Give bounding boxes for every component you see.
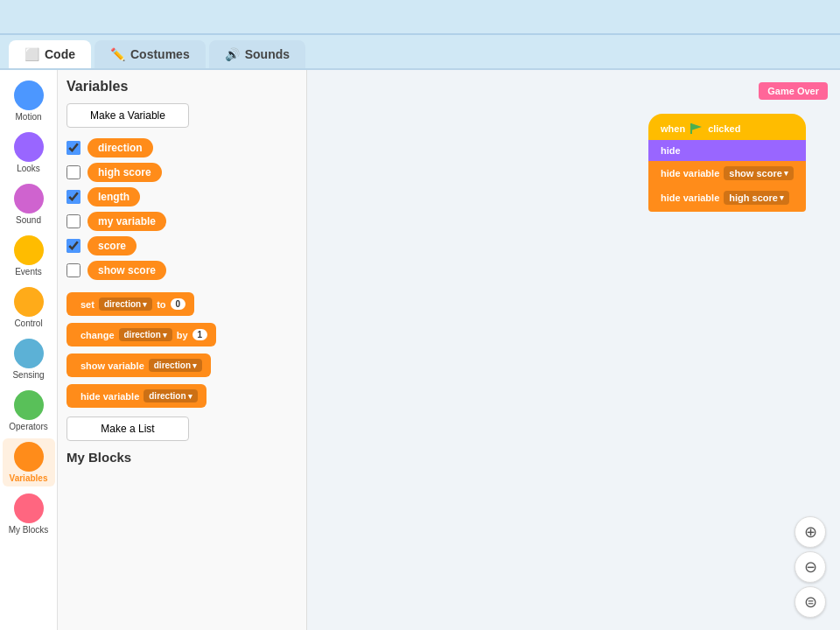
var-badge-score[interactable]: score — [88, 236, 136, 256]
hide-variable-block[interactable]: hide variable direction ▾ — [66, 384, 206, 408]
sounds-tab-icon: 🔊 — [225, 47, 240, 61]
tab-sounds[interactable]: 🔊 Sounds — [209, 40, 305, 68]
var-badge-direction[interactable]: direction — [88, 138, 153, 158]
tab-costumes-label: Costumes — [130, 47, 190, 61]
game-over-label: Game Over — [759, 82, 828, 100]
blocks-panel: Variables Make a Variable direction high… — [58, 70, 307, 630]
var-checkbox-direction[interactable] — [66, 141, 80, 155]
zoom-out-icon: ⊖ — [804, 557, 817, 577]
operators-circle — [14, 390, 44, 420]
events-label: Events — [15, 267, 42, 276]
var-row-direction: direction — [66, 138, 298, 158]
change-direction-block[interactable]: change direction ▾ by 1 — [66, 323, 216, 346]
make-list-button[interactable]: Make a List — [66, 416, 189, 441]
var-checkbox-length[interactable] — [66, 190, 80, 204]
zoom-controls: ⊕ ⊖ ⊜ — [794, 516, 826, 618]
variables-circle — [14, 442, 44, 472]
high-score-dropdown[interactable]: high score ▾ — [724, 191, 789, 205]
set-block-row: set direction ▾ to 0 — [66, 292, 298, 316]
motion-circle — [14, 80, 44, 110]
zoom-out-button[interactable]: ⊖ — [794, 551, 826, 583]
canvas-area[interactable]: Game Over when clicked hide — [307, 70, 840, 630]
var-badge-myvariable[interactable]: my variable — [88, 212, 166, 231]
show-variable-block[interactable]: show variable direction ▾ — [66, 354, 211, 377]
motion-label: Motion — [15, 112, 41, 122]
change-block-row: change direction ▾ by 1 — [66, 323, 298, 346]
icon-sidebar: Motion Looks Sound Events Control Sensin… — [0, 70, 58, 630]
sidebar-item-control[interactable]: Control — [3, 284, 55, 332]
flag-icon — [690, 122, 704, 135]
hide-var-dropdown[interactable]: direction ▾ — [144, 389, 197, 402]
var-checkbox-highscore[interactable] — [66, 165, 80, 179]
var-row-highscore: high score — [66, 163, 298, 182]
set-direction-block[interactable]: set direction ▾ to 0 — [66, 292, 194, 316]
events-circle — [14, 235, 44, 265]
variables-label: Variables — [10, 473, 48, 483]
tab-code[interactable]: ⬜ Code — [9, 40, 91, 68]
show-var-dropdown[interactable]: direction ▾ — [149, 359, 202, 372]
var-checkbox-showscore[interactable] — [66, 263, 80, 277]
sidebar-item-myblocks[interactable]: My Blocks — [3, 490, 55, 538]
set-direction-dropdown[interactable]: direction ▾ — [99, 298, 152, 311]
control-label: Control — [14, 318, 42, 328]
my-blocks-title: My Blocks — [66, 450, 298, 465]
panel-title: Variables — [66, 79, 298, 94]
sidebar-item-events[interactable]: Events — [3, 232, 55, 280]
var-checkbox-score[interactable] — [66, 239, 80, 253]
control-circle — [14, 287, 44, 317]
tab-code-label: Code — [45, 47, 75, 61]
hide-var-highscore-block[interactable]: hide variable high score ▾ — [648, 186, 806, 212]
var-row-length: length — [66, 187, 298, 206]
top-bar — [0, 0, 840, 35]
var-badge-length[interactable]: length — [88, 187, 140, 206]
var-row-myvariable: my variable — [66, 212, 298, 231]
variable-list: direction high score length my variable … — [66, 138, 298, 280]
zoom-reset-icon: ⊜ — [804, 592, 817, 612]
var-badge-highscore[interactable]: high score — [88, 163, 162, 182]
zoom-in-button[interactable]: ⊕ — [794, 516, 826, 548]
make-variable-button[interactable]: Make a Variable — [66, 103, 189, 128]
sidebar-item-sound[interactable]: Sound — [3, 180, 55, 228]
code-tab-icon: ⬜ — [24, 47, 39, 61]
svg-marker-0 — [691, 123, 702, 130]
zoom-reset-button[interactable]: ⊜ — [794, 586, 826, 618]
sidebar-item-sensing[interactable]: Sensing — [3, 335, 55, 383]
sound-circle — [14, 184, 44, 214]
myblocks-circle — [14, 494, 44, 523]
sidebar-item-variables[interactable]: Variables — [3, 438, 55, 486]
myblocks-label: My Blocks — [9, 525, 49, 535]
costumes-tab-icon: ✏️ — [110, 47, 125, 61]
show-score-dropdown[interactable]: show score ▾ — [724, 166, 794, 180]
sidebar-item-looks[interactable]: Looks — [3, 129, 55, 177]
zoom-in-icon: ⊕ — [804, 522, 817, 542]
tab-costumes[interactable]: ✏️ Costumes — [94, 40, 206, 68]
change-direction-dropdown[interactable]: direction ▾ — [119, 328, 172, 341]
var-row-showscore: show score — [66, 261, 298, 280]
var-checkbox-myvariable[interactable] — [66, 214, 80, 228]
tab-row: ⬜ Code ✏️ Costumes 🔊 Sounds — [0, 35, 840, 70]
sidebar-item-operators[interactable]: Operators — [3, 387, 55, 435]
sensing-circle — [14, 339, 44, 368]
show-var-block-row: show variable direction ▾ — [66, 354, 298, 377]
when-flag-hat[interactable]: when clicked — [648, 114, 806, 140]
hide-block[interactable]: hide — [648, 140, 806, 161]
var-badge-showscore[interactable]: show score — [88, 261, 166, 280]
set-value-field[interactable]: 0 — [171, 298, 186, 310]
var-row-score: score — [66, 236, 298, 256]
tab-sounds-label: Sounds — [245, 47, 290, 61]
sound-label: Sound — [16, 215, 41, 225]
sensing-label: Sensing — [12, 370, 44, 380]
sidebar-item-motion[interactable]: Motion — [3, 77, 55, 125]
operators-label: Operators — [9, 422, 47, 431]
looks-circle — [14, 132, 44, 162]
hide-var-block-row: hide variable direction ▾ — [66, 384, 298, 408]
main-layout: Motion Looks Sound Events Control Sensin… — [0, 70, 840, 630]
looks-label: Looks — [17, 164, 40, 173]
change-value-field[interactable]: 1 — [192, 329, 208, 340]
hide-var-showscore-block[interactable]: hide variable show score ▾ — [648, 161, 806, 186]
block-group-flag[interactable]: when clicked hide hide variable show sco… — [648, 114, 806, 212]
